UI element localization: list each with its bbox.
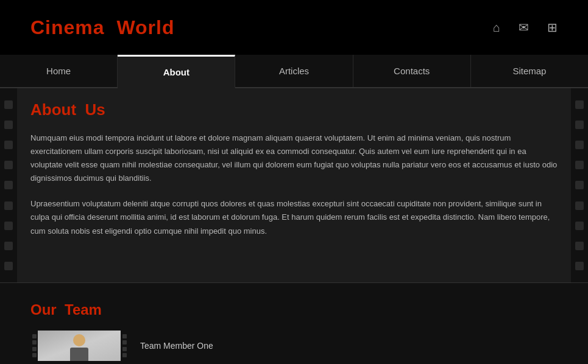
nav-articles[interactable]: Articles <box>235 55 353 87</box>
film-perf-left <box>30 331 38 361</box>
film-perf-hole <box>32 334 37 338</box>
film-photo-center <box>38 331 121 361</box>
film-hole <box>4 121 13 129</box>
main-content: About Us Numquam eius modi tempora incid… <box>0 88 588 283</box>
nav: Home About Articles Contacts Sitemap <box>0 55 588 88</box>
film-hole <box>575 201 584 210</box>
home-icon[interactable]: ⌂ <box>493 21 500 35</box>
logo-cinema: Cinema <box>30 16 105 38</box>
photo-person-head <box>73 334 85 346</box>
nav-about[interactable]: About <box>118 55 235 88</box>
bottom-section: Our Team <box>0 283 588 364</box>
film-hole <box>4 100 13 109</box>
about-paragraph-2: Upraesentium voluptatum deleniti atque c… <box>30 197 558 237</box>
film-perf-hole <box>122 353 127 357</box>
team-member-name: Team Member One <box>140 341 213 351</box>
photo-person-body <box>70 348 88 361</box>
film-perf-hole <box>122 340 127 345</box>
film-strip-right <box>571 88 588 282</box>
photo-person <box>70 334 88 361</box>
film-perf-right <box>121 331 128 361</box>
team-photo <box>30 331 128 361</box>
nav-contacts[interactable]: Contacts <box>353 55 471 87</box>
grid-icon[interactable]: ⊞ <box>547 20 558 35</box>
nav-home[interactable]: Home <box>0 55 118 87</box>
about-highlight: Us <box>85 100 105 119</box>
film-perf-hole <box>122 347 127 351</box>
film-hole <box>4 201 13 210</box>
header-icons: ⌂ ✉ ⊞ <box>493 20 558 35</box>
header: Cinema World ⌂ ✉ ⊞ <box>0 0 588 55</box>
film-hole <box>575 222 584 230</box>
content-area: About Us Numquam eius modi tempora incid… <box>18 88 570 262</box>
team-title: Our Team <box>30 301 558 318</box>
film-hole <box>575 141 584 149</box>
film-hole <box>4 181 13 189</box>
film-perf-hole <box>122 334 127 338</box>
about-paragraph-1: Numquam eius modi tempora incidunt ut la… <box>30 131 558 185</box>
film-perf-hole <box>32 340 37 345</box>
film-hole <box>4 262 13 270</box>
about-title: About Us <box>30 100 558 119</box>
film-hole <box>575 121 584 129</box>
film-hole <box>4 161 13 169</box>
film-strip-left <box>0 88 17 282</box>
logo-world: World <box>116 16 174 38</box>
film-hole <box>575 242 584 250</box>
film-hole <box>575 161 584 169</box>
film-perf-hole <box>32 353 37 357</box>
film-hole <box>575 181 584 189</box>
film-hole <box>575 100 584 109</box>
film-hole <box>4 242 13 250</box>
film-perf-hole <box>32 347 37 351</box>
nav-sitemap[interactable]: Sitemap <box>471 55 588 87</box>
team-member: Team Member One <box>30 331 558 361</box>
film-hole <box>4 141 13 149</box>
email-icon[interactable]: ✉ <box>519 20 529 35</box>
film-hole <box>575 262 584 270</box>
team-highlight: Team <box>65 301 102 318</box>
logo: Cinema World <box>30 16 174 39</box>
film-hole <box>4 222 13 230</box>
